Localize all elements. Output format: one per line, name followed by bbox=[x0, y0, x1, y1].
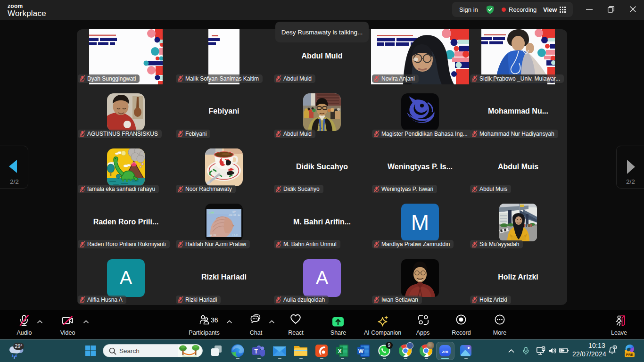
svg-text:X: X bbox=[338, 348, 342, 354]
svg-text:SP: SP bbox=[232, 210, 236, 214]
svg-text:T: T bbox=[255, 348, 258, 354]
svg-text:W: W bbox=[358, 348, 363, 354]
svg-text:F4.0: F4.0 bbox=[232, 234, 238, 236]
svg-text:ISO 80: ISO 80 bbox=[208, 234, 216, 236]
svg-text:-00:06:22: -00:06:22 bbox=[228, 214, 240, 217]
svg-text:zm: zm bbox=[442, 349, 448, 354]
svg-text:CAM: CAM bbox=[209, 211, 214, 214]
